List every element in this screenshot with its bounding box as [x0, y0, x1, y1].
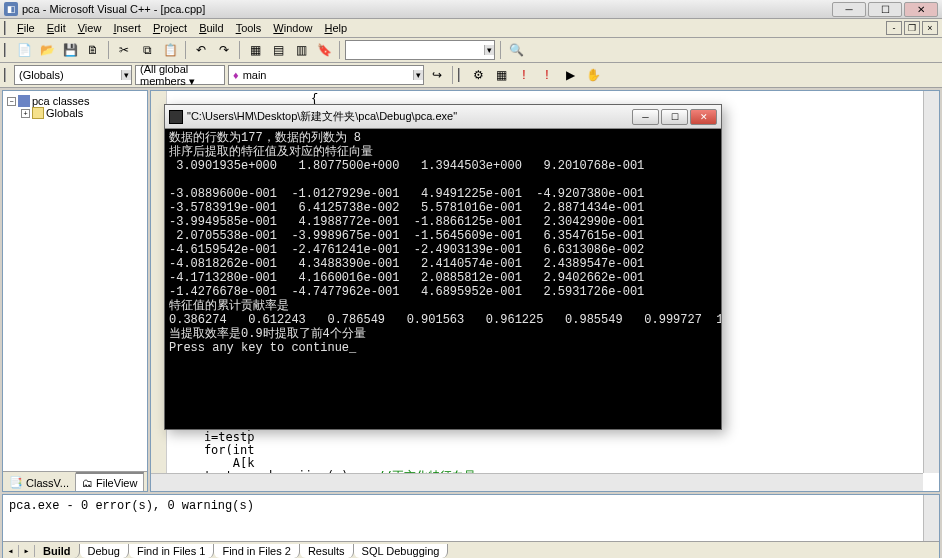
- output-text[interactable]: pca.exe - 0 error(s), 0 warning(s): [3, 495, 939, 541]
- menu-help[interactable]: Help: [318, 20, 353, 36]
- output-pane: pca.exe - 0 error(s), 0 warning(s) ◂ ▸ B…: [2, 494, 940, 558]
- chevron-down-icon[interactable]: ▾: [484, 45, 494, 55]
- console-titlebar[interactable]: "C:\Users\HM\Desktop\新建文件夹\pca\Debug\pca…: [165, 105, 721, 129]
- new-file-icon[interactable]: 📄: [14, 40, 34, 60]
- output-tab-find2[interactable]: Find in Files 2: [214, 544, 299, 558]
- standard-toolbar: 📄 📂 💾 🗎 ✂ ⧉ 📋 ↶ ↷ ▦ ▤ ▥ 🔖 ▾ 🔍: [0, 38, 942, 63]
- editor-hscroll[interactable]: [151, 473, 923, 491]
- menu-build[interactable]: Build: [193, 20, 229, 36]
- console-body[interactable]: 数据的行数为177，数据的列数为 8 排序后提取的特征值及对应的特征向量 3.0…: [165, 129, 721, 429]
- toolbar-grip-3[interactable]: [458, 68, 461, 82]
- breakpoint-icon[interactable]: ✋: [583, 65, 603, 85]
- save-all-icon[interactable]: 🗎: [83, 40, 103, 60]
- console-close-button[interactable]: ✕: [690, 109, 717, 125]
- menu-grip[interactable]: [4, 21, 7, 35]
- output-tab-results[interactable]: Results: [300, 544, 354, 558]
- copy-icon[interactable]: ⧉: [137, 40, 157, 60]
- chevron-down-icon[interactable]: ▾: [121, 70, 131, 80]
- save-icon[interactable]: 💾: [60, 40, 80, 60]
- workspace-tree[interactable]: − pca classes + Globals: [3, 91, 147, 471]
- open-file-icon[interactable]: 📂: [37, 40, 57, 60]
- menubar: File Edit View Insert Project Build Tool…: [0, 19, 942, 38]
- console-minimize-button[interactable]: ─: [632, 109, 659, 125]
- wizard-toolbar: (Globals) ▾ (All global members ▾ ♦ main…: [0, 63, 942, 88]
- redo-icon[interactable]: ↷: [214, 40, 234, 60]
- classview-icon: 📑: [9, 476, 23, 489]
- undo-icon[interactable]: ↶: [191, 40, 211, 60]
- tree-child-label: Globals: [46, 107, 83, 119]
- tree-child[interactable]: + Globals: [7, 107, 143, 119]
- workspace-icon[interactable]: ▦: [245, 40, 265, 60]
- fileview-icon: 🗂: [82, 477, 93, 489]
- expand-icon[interactable]: +: [21, 109, 30, 118]
- chevron-down-icon[interactable]: ▾: [413, 70, 423, 80]
- find-icon[interactable]: 🔍: [506, 40, 526, 60]
- go-debug-icon[interactable]: ▶: [560, 65, 580, 85]
- menu-window[interactable]: Window: [267, 20, 318, 36]
- function-icon: ♦: [233, 69, 239, 81]
- menu-project[interactable]: Project: [147, 20, 193, 36]
- toolbar-grip-2[interactable]: [4, 68, 7, 82]
- tab-classview-label: ClassV...: [26, 477, 69, 489]
- app-icon: ◧: [4, 2, 18, 16]
- go-icon[interactable]: ↪: [427, 65, 447, 85]
- output-tab-prev[interactable]: ◂: [3, 545, 19, 557]
- mdi-close-button[interactable]: ×: [922, 21, 938, 35]
- tab-fileview[interactable]: 🗂 FileView: [76, 472, 144, 491]
- paste-icon[interactable]: 📋: [160, 40, 180, 60]
- scope-value: (Globals): [19, 69, 64, 81]
- console-title: "C:\Users\HM\Desktop\新建文件夹\pca\Debug\pca…: [187, 109, 632, 124]
- maximize-button[interactable]: ☐: [868, 2, 902, 17]
- execute-icon[interactable]: !: [537, 65, 557, 85]
- tab-fileview-label: FileView: [96, 477, 137, 489]
- menu-insert[interactable]: Insert: [107, 20, 147, 36]
- folder-icon: [32, 107, 44, 119]
- stop-build-icon[interactable]: !: [514, 65, 534, 85]
- console-icon: [169, 110, 183, 124]
- tree-root-label: pca classes: [32, 95, 89, 107]
- output-tab-sql[interactable]: SQL Debugging: [354, 544, 449, 558]
- output-icon[interactable]: ▥: [291, 40, 311, 60]
- output-tab-next[interactable]: ▸: [19, 545, 35, 557]
- console-window[interactable]: "C:\Users\HM\Desktop\新建文件夹\pca\Debug\pca…: [164, 104, 722, 430]
- menu-edit[interactable]: Edit: [41, 20, 72, 36]
- minimize-button[interactable]: ─: [832, 2, 866, 17]
- compile-icon[interactable]: ⚙: [468, 65, 488, 85]
- members-value: (All global members ▾: [140, 63, 220, 88]
- sidebar-tabstrip: 📑 ClassV... 🗂 FileView: [3, 471, 147, 491]
- app-titlebar: ◧ pca - Microsoft Visual C++ - [pca.cpp]…: [0, 0, 942, 19]
- app-title: pca - Microsoft Visual C++ - [pca.cpp]: [22, 3, 832, 15]
- window-tile-icon[interactable]: ▤: [268, 40, 288, 60]
- members-dropdown[interactable]: (All global members ▾: [135, 65, 225, 85]
- output-tab-build[interactable]: Build: [35, 544, 80, 558]
- cut-icon[interactable]: ✂: [114, 40, 134, 60]
- menu-tools[interactable]: Tools: [230, 20, 268, 36]
- build-icon[interactable]: ▦: [491, 65, 511, 85]
- collapse-icon[interactable]: −: [7, 97, 16, 106]
- menu-file[interactable]: File: [11, 20, 41, 36]
- close-button[interactable]: ✕: [904, 2, 938, 17]
- editor-vscroll[interactable]: [923, 91, 939, 473]
- console-maximize-button[interactable]: ☐: [661, 109, 688, 125]
- output-vscroll[interactable]: [923, 495, 939, 541]
- mdi-minimize-button[interactable]: -: [886, 21, 902, 35]
- mdi-restore-button[interactable]: ❐: [904, 21, 920, 35]
- toolbar-grip[interactable]: [4, 43, 7, 57]
- output-tabstrip: ◂ ▸ Build Debug Find in Files 1 Find in …: [3, 541, 939, 558]
- output-tab-debug[interactable]: Debug: [80, 544, 129, 558]
- tab-classview[interactable]: 📑 ClassV...: [3, 472, 76, 491]
- scope-dropdown[interactable]: (Globals) ▾: [14, 65, 132, 85]
- workspace-sidebar: − pca classes + Globals 📑 ClassV... 🗂 Fi…: [2, 90, 148, 492]
- symbol-value: main: [243, 69, 267, 81]
- tree-root[interactable]: − pca classes: [7, 95, 143, 107]
- menu-view[interactable]: View: [72, 20, 108, 36]
- output-tab-find1[interactable]: Find in Files 1: [129, 544, 214, 558]
- find-combo[interactable]: ▾: [345, 40, 495, 60]
- project-icon: [18, 95, 30, 107]
- symbol-dropdown[interactable]: ♦ main ▾: [228, 65, 424, 85]
- bookmark-icon[interactable]: 🔖: [314, 40, 334, 60]
